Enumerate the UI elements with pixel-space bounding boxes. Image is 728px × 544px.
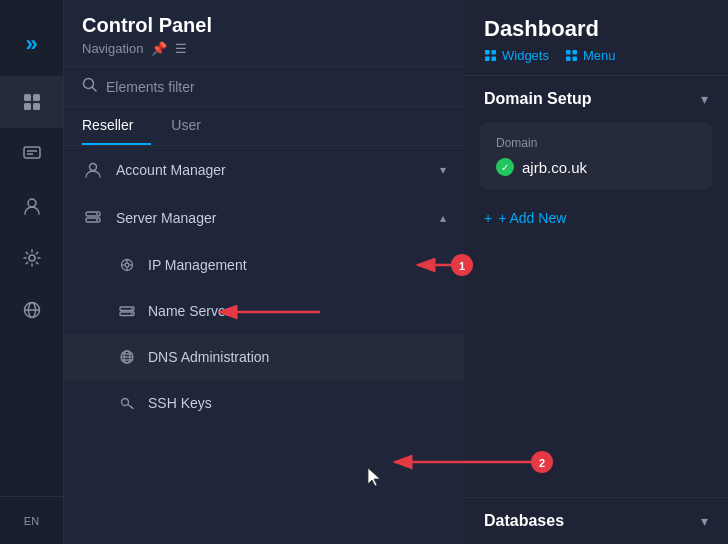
nav-item-account-manager[interactable]: Account Manager ▾: [64, 146, 464, 194]
content-panel: Dashboard Widgets Menu: [464, 0, 728, 544]
logo-area: »: [0, 12, 63, 76]
account-manager-icon: [82, 159, 104, 181]
widgets-link[interactable]: Widgets: [484, 48, 549, 63]
sidebar-icon-apps[interactable]: [0, 76, 63, 128]
domain-check-icon: ✓: [496, 158, 514, 176]
server-manager-icon: [82, 207, 104, 229]
ssh-keys-label: SSH Keys: [148, 395, 212, 411]
content-title: Dashboard: [484, 16, 708, 42]
sidebar-lang: EN: [0, 496, 63, 544]
nav-title: Control Panel: [82, 14, 212, 37]
svg-rect-38: [492, 57, 497, 62]
svg-rect-0: [24, 94, 31, 101]
svg-rect-35: [485, 50, 490, 55]
svg-rect-2: [24, 103, 31, 110]
search-bar: [64, 67, 464, 107]
domain-setup-title: Domain Setup: [484, 90, 592, 108]
svg-rect-40: [572, 50, 577, 55]
domain-value: ajrb.co.uk: [522, 159, 587, 176]
domain-setup-section[interactable]: Domain Setup ▾: [464, 76, 728, 122]
svg-rect-37: [485, 57, 490, 62]
domain-card: Domain ✓ ajrb.co.uk: [480, 122, 712, 190]
svg-rect-3: [33, 103, 40, 110]
list-icon: ☰: [175, 41, 187, 56]
sidebar-icon-chat[interactable]: [0, 128, 63, 180]
menu-link[interactable]: Menu: [565, 48, 616, 63]
svg-point-8: [29, 255, 35, 261]
name-servers-icon: [116, 300, 138, 322]
ssh-keys-icon: [116, 392, 138, 414]
pin-icon: 📌: [151, 41, 167, 56]
svg-point-14: [90, 164, 97, 171]
sub-nav-item-dns-administration[interactable]: DNS Administration: [64, 334, 464, 380]
dns-administration-icon: [116, 346, 138, 368]
nav-items-container: Account Manager ▾ Server Manager ▴: [64, 146, 464, 544]
databases-title: Databases: [484, 512, 564, 530]
content-header: Dashboard Widgets Menu: [464, 0, 728, 76]
icon-sidebar: » EN: [0, 0, 64, 544]
svg-rect-36: [492, 50, 497, 55]
sidebar-icon-globe[interactable]: [0, 284, 63, 336]
server-manager-chevron: ▴: [440, 211, 446, 225]
svg-point-7: [28, 199, 36, 207]
sub-nav-item-ip-management[interactable]: IP Management: [64, 242, 464, 288]
svg-rect-39: [566, 50, 571, 55]
sidebar-icon-user[interactable]: [0, 180, 63, 232]
svg-line-13: [93, 88, 97, 92]
server-manager-label: Server Manager: [116, 210, 440, 226]
nav-subtitle: Navigation: [82, 41, 143, 56]
search-input[interactable]: [106, 79, 446, 95]
domain-label: Domain: [496, 136, 696, 150]
account-manager-chevron: ▾: [440, 163, 446, 177]
svg-rect-41: [566, 57, 571, 62]
databases-chevron: ▾: [701, 513, 708, 529]
nav-header: Control Panel Navigation 📌 ☰: [64, 0, 464, 67]
double-chevron-icon: »: [25, 31, 37, 57]
nav-panel: Control Panel Navigation 📌 ☰ Reseller Us…: [64, 0, 464, 544]
account-manager-label: Account Manager: [116, 162, 440, 178]
tab-reseller[interactable]: Reseller: [82, 107, 151, 145]
ip-management-icon: [116, 254, 138, 276]
ip-management-label: IP Management: [148, 257, 247, 273]
add-new-icon: +: [484, 210, 492, 226]
svg-point-17: [96, 213, 98, 215]
domain-setup-chevron: ▾: [701, 91, 708, 107]
add-new-button[interactable]: + + Add New: [464, 200, 728, 236]
nav-item-server-manager[interactable]: Server Manager ▴: [64, 194, 464, 242]
sidebar-icon-settings[interactable]: [0, 232, 63, 284]
svg-rect-42: [572, 57, 577, 62]
nav-tabs: Reseller User: [64, 107, 464, 146]
dns-administration-label: DNS Administration: [148, 349, 269, 365]
search-icon: [82, 77, 98, 96]
svg-point-20: [125, 263, 129, 267]
sub-nav-item-ssh-keys[interactable]: SSH Keys: [64, 380, 464, 426]
svg-rect-1: [33, 94, 40, 101]
name-servers-label: Name Servers: [148, 303, 237, 319]
databases-section[interactable]: Databases ▾: [464, 497, 728, 544]
tab-user[interactable]: User: [171, 107, 219, 145]
svg-rect-4: [24, 147, 40, 158]
svg-point-18: [96, 219, 98, 221]
sub-nav-item-name-servers[interactable]: Name Servers: [64, 288, 464, 334]
